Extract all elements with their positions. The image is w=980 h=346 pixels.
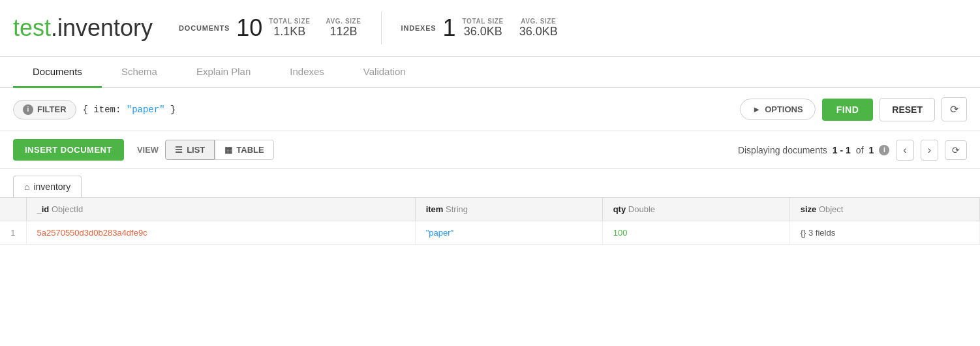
idx-avg-size-label: AVG. SIZE	[521, 18, 556, 25]
collection-tab-inventory[interactable]: ⌂ inventory	[13, 176, 82, 197]
indexes-count: 1	[443, 16, 456, 40]
filter-label: FILTER	[37, 104, 67, 114]
db-suffix: .inventory	[51, 14, 153, 41]
docs-sizes: TOTAL SIZE 1.1KB AVG. SIZE 112B	[269, 18, 361, 39]
col-type-id: ObjectId	[52, 204, 83, 214]
col-header-qty: qty Double	[602, 198, 789, 221]
tab-validation[interactable]: Validation	[344, 57, 425, 88]
filter-query-display: { item: "paper" }	[83, 104, 734, 115]
find-button[interactable]: FIND	[822, 99, 874, 121]
stat-divider	[381, 12, 382, 44]
filter-button[interactable]: i FILTER	[13, 100, 76, 119]
docs-avg-size-label: AVG. SIZE	[326, 18, 361, 25]
docs-avg-size-col: AVG. SIZE 112B	[326, 18, 361, 39]
size-value: {} 3 fields	[801, 228, 836, 238]
document-count: Displaying documents 1 - 1 of 1 i	[738, 145, 889, 155]
list-label: LIST	[187, 145, 205, 155]
qty-value: 100	[613, 228, 628, 238]
idx-sizes: TOTAL SIZE 36.0KB AVG. SIZE 36.0KB	[463, 18, 558, 39]
indexes-stat: INDEXES 1 TOTAL SIZE 36.0KB AVG. SIZE 36…	[401, 16, 558, 40]
docs-total-size-label: TOTAL SIZE	[269, 18, 310, 25]
doc-range: 1 - 1	[833, 145, 851, 155]
cell-item: "paper"	[415, 221, 602, 245]
col-name-id: _id	[37, 204, 50, 214]
list-icon: ☰	[175, 145, 183, 155]
docs-total-size-value: 1.1KB	[273, 25, 305, 39]
col-name-qty: qty	[613, 204, 626, 214]
table-icon: ▦	[224, 145, 232, 155]
doc-total: 1	[869, 145, 874, 155]
filter-info-icon: i	[23, 104, 33, 115]
of-text: of	[856, 145, 864, 155]
col-header-id: _id ObjectId	[26, 198, 415, 221]
prev-page-button[interactable]: ‹	[896, 140, 913, 161]
tab-documents[interactable]: Documents	[13, 57, 102, 88]
idx-avg-size-col: AVG. SIZE 36.0KB	[519, 18, 558, 39]
item-value: "paper"	[426, 228, 453, 238]
cell-qty: 100	[602, 221, 789, 245]
col-name-item: item	[426, 204, 444, 214]
col-type-item: String	[446, 204, 468, 214]
db-prefix: test	[13, 14, 51, 41]
table-row: 1 5a2570550d3d0b283a4dfe9c "paper" 100 {…	[0, 221, 980, 245]
indexes-label: INDEXES	[401, 24, 436, 32]
documents-count: 10	[236, 16, 262, 40]
home-icon: ⌂	[24, 181, 29, 192]
db-title: test.inventory	[13, 14, 153, 42]
table-label: TABLE	[236, 145, 264, 155]
tab-explain-plan[interactable]: Explain Plan	[177, 57, 270, 88]
view-label: VIEW	[137, 145, 159, 155]
idx-total-size-col: TOTAL SIZE 36.0KB	[463, 18, 504, 39]
id-value[interactable]: 5a2570550d3d0b283a4dfe9c	[37, 228, 147, 238]
displaying-text: Displaying documents	[738, 145, 827, 155]
col-header-item: item String	[415, 198, 602, 221]
stats-group: DOCUMENTS 10 TOTAL SIZE 1.1KB AVG. SIZE …	[179, 12, 558, 44]
refresh-button[interactable]: ⟳	[942, 97, 967, 121]
documents-stat: DOCUMENTS 10 TOTAL SIZE 1.1KB AVG. SIZE …	[179, 16, 361, 40]
cell-id[interactable]: 5a2570550d3d0b283a4dfe9c	[26, 221, 415, 245]
table-header-row: _id ObjectId item String qty Double size…	[0, 198, 980, 221]
filter-toolbar: i FILTER { item: "paper" } ► OPTIONS FIN…	[0, 88, 980, 131]
next-page-button[interactable]: ›	[921, 140, 938, 161]
tab-indexes[interactable]: Indexes	[270, 57, 344, 88]
tab-bar: Documents Schema Explain Plan Indexes Va…	[0, 57, 980, 88]
insert-document-button[interactable]: INSERT DOCUMENT	[13, 139, 124, 161]
col-name-size: size	[801, 204, 817, 214]
header: test.inventory DOCUMENTS 10 TOTAL SIZE 1…	[0, 0, 980, 57]
options-arrow-icon: ►	[752, 104, 761, 114]
documents-label: DOCUMENTS	[179, 24, 230, 32]
idx-total-size-value: 36.0KB	[464, 25, 502, 39]
data-table: _id ObjectId item String qty Double size…	[0, 197, 980, 245]
row-num-header	[0, 198, 26, 221]
reset-button[interactable]: RESET	[880, 98, 935, 121]
collection-name: inventory	[33, 181, 70, 192]
docs-total-size-col: TOTAL SIZE 1.1KB	[269, 18, 310, 39]
view-toggle: ☰ LIST ▦ TABLE	[165, 140, 274, 160]
list-view-button[interactable]: ☰ LIST	[165, 140, 215, 160]
col-type-size: Object	[819, 204, 844, 214]
options-label: OPTIONS	[765, 104, 803, 114]
col-type-qty: Double	[628, 204, 655, 214]
idx-total-size-label: TOTAL SIZE	[463, 18, 504, 25]
options-button[interactable]: ► OPTIONS	[740, 99, 815, 120]
cell-size: {} 3 fields	[789, 221, 979, 245]
col-header-size: size Object	[789, 198, 979, 221]
idx-avg-size-value: 36.0KB	[519, 25, 558, 39]
row-number: 1	[0, 221, 26, 245]
table-view-button[interactable]: ▦ TABLE	[215, 140, 273, 160]
docs-avg-size-value: 112B	[330, 25, 358, 39]
reload-button[interactable]: ⟳	[945, 140, 967, 160]
collection-tabs: ⌂ inventory	[0, 169, 980, 197]
tab-schema[interactable]: Schema	[102, 57, 177, 88]
doc-count-info-icon[interactable]: i	[879, 145, 889, 155]
document-toolbar: INSERT DOCUMENT VIEW ☰ LIST ▦ TABLE Disp…	[0, 131, 980, 169]
